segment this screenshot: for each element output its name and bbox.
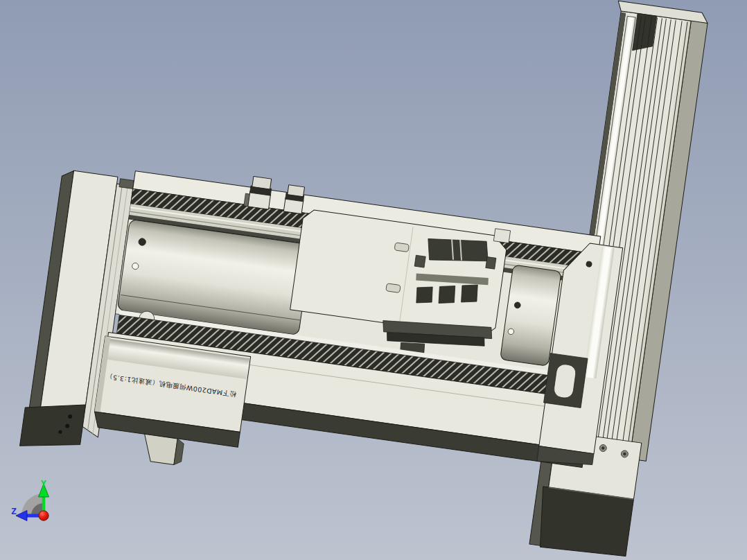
y-axis-label: Y (41, 478, 46, 489)
block-cap (288, 185, 305, 197)
carriage-top-tab (493, 229, 510, 243)
clamp-tab (460, 283, 480, 304)
block-cap (252, 177, 272, 189)
clamp-side-block (486, 257, 496, 270)
origin-ball (39, 511, 49, 520)
clamp-pin (394, 243, 409, 252)
viewport-svg: 松下MAD200W伺服电机（减速比1:3.5） Y Z (0, 0, 747, 560)
z-axis-label: Z (11, 506, 17, 516)
end-plate-top-clip (119, 179, 134, 189)
clamp-side-block (414, 255, 425, 268)
clamp-tab (415, 285, 434, 305)
cad-viewport[interactable]: 松下MAD200W伺服电机（减速比1:3.5） Y Z (0, 0, 747, 560)
clamp-pin (386, 283, 401, 293)
clamp-tab (437, 283, 457, 305)
